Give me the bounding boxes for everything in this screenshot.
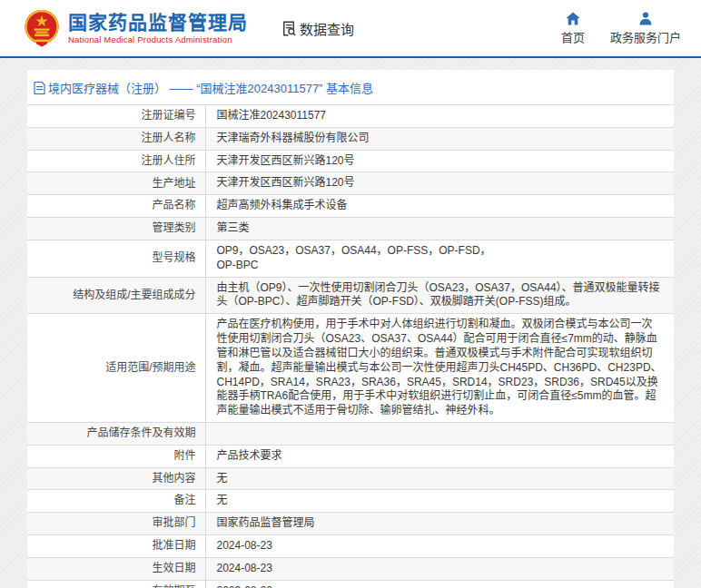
field-label: 备注 — [27, 490, 205, 513]
table-row: 批准日期2024-08-23 — [27, 534, 674, 557]
field-label-text: 生效日期 — [152, 562, 195, 574]
field-label: 附件 — [27, 445, 205, 467]
field-label-text: 产品名称 — [152, 199, 195, 211]
table-row: 有效期至2029-08-22 — [27, 580, 674, 588]
field-label: 产品储存条件及有效期 — [27, 423, 205, 446]
field-label: 产品名称 — [27, 195, 205, 218]
field-value: 国家药品监督管理局 — [205, 513, 674, 535]
field-label-text: 其他内容 — [152, 472, 195, 485]
page-header: 国家药品监督管理局 National Medical Products Admi… — [0, 0, 701, 56]
field-label: 结构及组成/主要组成成分 — [27, 277, 205, 314]
header-divider — [0, 56, 701, 58]
field-label: 注册人住所 — [27, 150, 205, 172]
table-row: 审批部门国家药品监督管理局 — [27, 513, 674, 535]
nav-item-label: 首页 — [561, 28, 585, 45]
field-label-text: 管理类别 — [152, 221, 195, 234]
field-value: 天津开发区西区新兴路120号 — [205, 150, 674, 172]
document-icon — [34, 82, 45, 94]
site-subtitle: National Medical Products Administration — [68, 34, 248, 44]
table-row: 注册人名称天津瑞奇外科器械股份有限公司 — [27, 127, 674, 150]
field-label-text: 注册证编号 — [141, 109, 195, 122]
home-icon — [566, 12, 580, 25]
field-value: OP9，OSA23，OSA37，OSA44，OP-FSS，OP-FSD， OP-… — [205, 240, 674, 277]
field-label: 生产地址 — [27, 172, 205, 195]
data-query-icon — [281, 20, 297, 36]
field-value: 天津瑞奇外科器械股份有限公司 — [205, 127, 674, 150]
field-label-text: 结构及组成/主要组成成分 — [73, 289, 195, 301]
field-label: 审批部门 — [27, 513, 205, 535]
field-label-text: 型号规格 — [152, 251, 195, 264]
nav-item-home[interactable]: 首页 — [561, 12, 585, 45]
field-value: 产品在医疗机构使用，用于手术中对人体组织进行切割和凝血。双极闭合模式与本公司一次… — [205, 314, 674, 423]
field-label-text: 附件 — [173, 449, 195, 462]
field-label: 批准日期 — [27, 534, 205, 557]
table-row: 适用范围/预期用途产品在医疗机构使用，用于手术中对人体组织进行切割和凝血。双极闭… — [27, 314, 674, 423]
breadcrumb: 境内医疗器械（注册） —— “国械注准20243011577” 基本信息 — [27, 70, 674, 104]
field-value: 超声高频外科集成手术设备 — [205, 195, 674, 218]
content-card: 境内医疗器械（注册） —— “国械注准20243011577” 基本信息 注册证… — [27, 70, 674, 588]
table-row: 附件产品技术要求 — [27, 445, 674, 467]
field-label-text: 批准日期 — [152, 539, 195, 552]
field-value: 2024-08-23 — [205, 534, 674, 557]
nmpa-logo[interactable]: 国家药品监督管理局 National Medical Products Admi… — [24, 9, 248, 47]
nav-item-label: 政务服务门户 — [610, 28, 681, 45]
breadcrumb-text: 境内医疗器械（注册） —— “国械注准20243011577” 基本信息 — [48, 79, 373, 96]
national-emblem-icon — [24, 9, 60, 47]
table-row: 管理类别第三类 — [27, 218, 674, 240]
field-value — [205, 423, 674, 446]
field-label-text: 备注 — [173, 494, 195, 506]
field-label-text: 注册人名称 — [141, 132, 195, 144]
table-row: 备注无 — [27, 490, 674, 513]
table-row: 生产地址天津开发区西区新兴路120号 — [27, 172, 674, 195]
data-query-nav[interactable]: 数据查询 — [281, 19, 354, 38]
field-label: 其他内容 — [27, 467, 205, 490]
field-value: 产品技术要求 — [205, 445, 674, 467]
field-value: 2029-08-22 — [205, 580, 674, 588]
field-label: 生效日期 — [27, 557, 205, 580]
field-label: 注册证编号 — [27, 105, 205, 128]
field-value: 无 — [205, 490, 674, 513]
table-row: 产品名称超声高频外科集成手术设备 — [27, 195, 674, 218]
field-label-text: 适用范围/预期用途 — [105, 361, 195, 374]
field-value: 无 — [205, 467, 674, 490]
registration-info-table: 注册证编号国械注准20243011577注册人名称天津瑞奇外科器械股份有限公司注… — [27, 104, 674, 588]
table-row: 注册证编号国械注准20243011577 — [27, 105, 674, 128]
top-nav: 首页 政务服务门户 — [561, 12, 688, 45]
field-label-text: 有效期至 — [152, 584, 195, 588]
field-value: 第三类 — [205, 218, 674, 240]
table-row: 注册人住所天津开发区西区新兴路120号 — [27, 150, 674, 172]
site-title: 国家药品监督管理局 — [68, 12, 248, 33]
table-row: 产品储存条件及有效期 — [27, 423, 674, 446]
table-row: 其他内容无 — [27, 467, 674, 490]
data-query-label: 数据查询 — [300, 19, 354, 38]
field-label: 有效期至 — [27, 580, 205, 588]
field-label-text: 产品储存条件及有效期 — [86, 426, 195, 439]
field-label-text: 生产地址 — [152, 177, 195, 190]
table-row: 型号规格OP9，OSA23，OSA37，OSA44，OP-FSS，OP-FSD，… — [27, 240, 674, 277]
field-label-text: 审批部门 — [152, 516, 195, 529]
nav-item-service-portal[interactable]: 政务服务门户 — [610, 12, 681, 45]
field-label-text: 注册人住所 — [141, 154, 195, 167]
logo-text: 国家药品监督管理局 National Medical Products Admi… — [68, 12, 248, 44]
field-value: 2024-08-23 — [205, 557, 674, 580]
user-icon — [638, 12, 653, 25]
field-label: 型号规格 — [27, 240, 205, 277]
field-value: 天津开发区西区新兴路120号 — [205, 172, 674, 195]
field-value: 由主机（OP9）、一次性使用切割闭合刀头（OSA23，OSA37，OSA44）、… — [205, 277, 674, 314]
field-label: 注册人名称 — [27, 127, 205, 150]
field-label: 适用范围/预期用途 — [27, 314, 205, 423]
field-label: 管理类别 — [27, 218, 205, 240]
table-row: 结构及组成/主要组成成分由主机（OP9）、一次性使用切割闭合刀头（OSA23，O… — [27, 277, 674, 314]
field-value: 国械注准20243011577 — [205, 105, 674, 128]
table-row: 生效日期2024-08-23 — [27, 557, 674, 580]
